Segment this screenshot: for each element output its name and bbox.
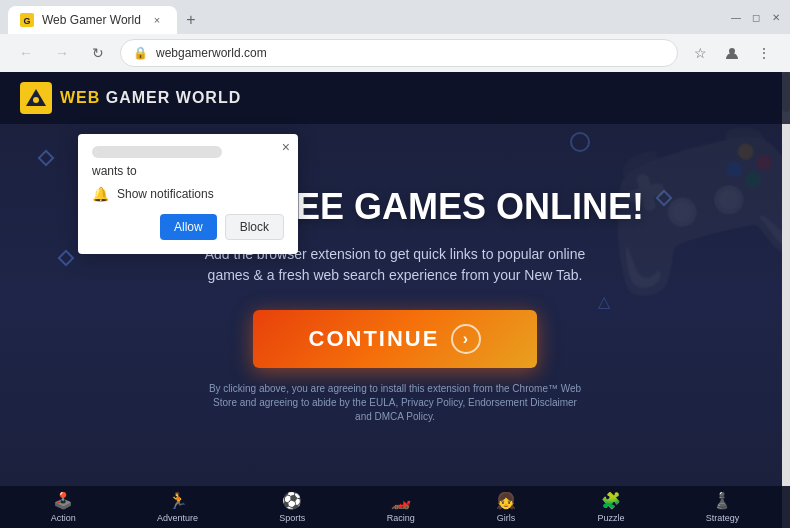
bell-icon: 🔔 [92, 186, 109, 202]
logo-web: WEB [60, 89, 100, 106]
popup-close-button[interactable]: × [282, 140, 290, 154]
logo-text: WEB GAMER WORLD [60, 89, 241, 107]
window-controls: — ◻ ✕ [730, 11, 782, 23]
bookmark-button[interactable]: ☆ [686, 39, 714, 67]
svg-point-4 [33, 97, 39, 103]
url-text: webgamerworld.com [156, 46, 665, 60]
notification-popup: × wants to 🔔 Show notifications Allow Bl… [78, 134, 298, 254]
strategy-label: Strategy [706, 513, 740, 523]
tab-favicon: G [20, 13, 34, 27]
action-icon: 🕹️ [53, 491, 73, 510]
active-tab[interactable]: G Web Gamer World × [8, 6, 177, 34]
girls-icon: 👧 [496, 491, 516, 510]
site-header: WEB GAMER WORLD [0, 72, 790, 124]
footer-item-girls[interactable]: 👧 Girls [496, 491, 516, 523]
footer-item-sports[interactable]: ⚽ Sports [279, 491, 305, 523]
site-logo: WEB GAMER WORLD [20, 82, 241, 114]
content-area: △ △ 🎮 WEB GAMER WORLD [0, 72, 790, 528]
popup-notif-row: 🔔 Show notifications [92, 186, 284, 202]
sports-icon: ⚽ [282, 491, 302, 510]
action-label: Action [51, 513, 76, 523]
footer-nav: 🕹️ Action 🏃 Adventure ⚽ Sports 🏎️ Racing… [0, 486, 790, 528]
logo-subtext: GAMER WORLD [100, 89, 241, 106]
footer-item-racing[interactable]: 🏎️ Racing [387, 491, 415, 523]
puzzle-icon: 🧩 [601, 491, 621, 510]
racing-label: Racing [387, 513, 415, 523]
logo-icon [20, 82, 52, 114]
notif-label: Show notifications [117, 187, 214, 201]
popup-buttons: Allow Block [92, 214, 284, 240]
racing-icon: 🏎️ [391, 491, 411, 510]
disclaimer: By clicking above, you are agreeing to i… [205, 382, 585, 424]
svg-text:G: G [23, 16, 30, 26]
tab-area: G Web Gamer World × + [8, 0, 722, 34]
tab-close-button[interactable]: × [149, 12, 165, 28]
footer-item-action[interactable]: 🕹️ Action [51, 491, 76, 523]
girls-label: Girls [497, 513, 516, 523]
adventure-icon: 🏃 [168, 491, 188, 510]
strategy-icon: ♟️ [712, 491, 732, 510]
footer-item-puzzle[interactable]: 🧩 Puzzle [597, 491, 624, 523]
popup-site-bar [92, 146, 222, 158]
title-bar: G Web Gamer World × + — ◻ ✕ [0, 0, 790, 34]
arrow-icon: › [451, 324, 481, 354]
popup-wants-text: wants to [92, 164, 284, 178]
menu-button[interactable]: ⋮ [750, 39, 778, 67]
url-bar[interactable]: 🔒 webgamerworld.com [120, 39, 678, 67]
back-button[interactable]: ← [12, 39, 40, 67]
lock-icon: 🔒 [133, 46, 148, 60]
puzzle-label: Puzzle [597, 513, 624, 523]
sports-label: Sports [279, 513, 305, 523]
adventure-label: Adventure [157, 513, 198, 523]
continue-label: CONTINUE [309, 326, 440, 352]
minimize-button[interactable]: — [730, 11, 742, 23]
toolbar-icons: ☆ ⋮ [686, 39, 778, 67]
allow-button[interactable]: Allow [160, 214, 217, 240]
reload-button[interactable]: ↻ [84, 39, 112, 67]
tab-title: Web Gamer World [42, 13, 141, 27]
forward-button[interactable]: → [48, 39, 76, 67]
address-bar: ← → ↻ 🔒 webgamerworld.com ☆ ⋮ [0, 34, 790, 72]
continue-button[interactable]: CONTINUE › [253, 310, 538, 368]
profile-button[interactable] [718, 39, 746, 67]
new-tab-button[interactable]: + [177, 6, 205, 34]
footer-item-strategy[interactable]: ♟️ Strategy [706, 491, 740, 523]
browser-frame: G Web Gamer World × + — ◻ ✕ ← → ↻ 🔒 webg… [0, 0, 790, 528]
footer-item-adventure[interactable]: 🏃 Adventure [157, 491, 198, 523]
maximize-button[interactable]: ◻ [750, 11, 762, 23]
block-button[interactable]: Block [225, 214, 284, 240]
close-window-button[interactable]: ✕ [770, 11, 782, 23]
